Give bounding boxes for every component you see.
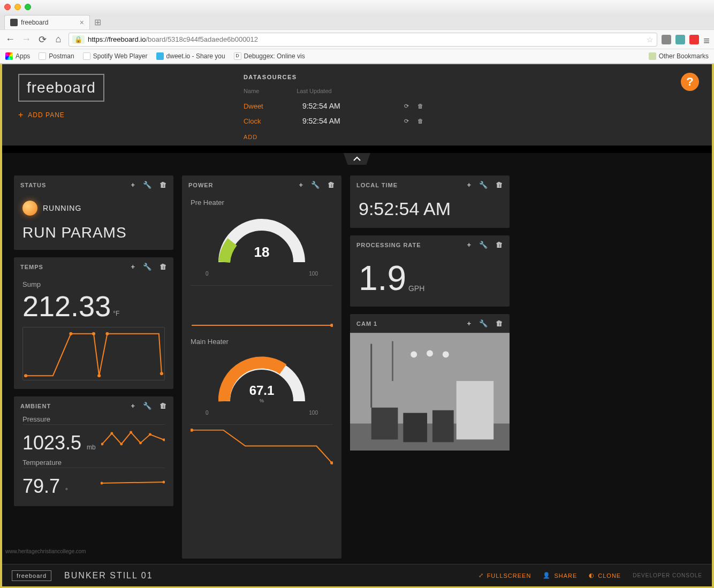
wrench-icon[interactable]: 🔧	[143, 402, 152, 410]
svg-text:67.1: 67.1	[249, 383, 275, 398]
trash-icon[interactable]: 🗑	[328, 181, 335, 189]
gauge-main-heater: 67.1 % 0100	[191, 347, 333, 419]
close-window-icon[interactable]	[4, 4, 11, 10]
rate-unit: GPH	[408, 284, 424, 293]
svg-point-11	[149, 433, 151, 436]
trash-icon[interactable]: 🗑	[496, 181, 503, 189]
gauge-max: 100	[309, 410, 318, 416]
share-button[interactable]: 👤SHARE	[543, 572, 577, 579]
help-button[interactable]: ?	[681, 73, 699, 91]
gauge-pre-heater: 18 0100	[191, 208, 333, 280]
apps-button[interactable]: Apps	[5, 52, 30, 60]
svg-point-3	[97, 374, 101, 377]
browser-tab[interactable]: freeboard ×	[4, 15, 90, 29]
status-indicator-icon	[22, 201, 37, 216]
menu-icon[interactable]: ≡	[703, 35, 710, 44]
pressure-sparkline	[101, 428, 165, 449]
plus-icon[interactable]: +	[131, 181, 135, 189]
traffic-lights[interactable]	[4, 4, 31, 10]
clone-button[interactable]: ◐CLONE	[589, 572, 621, 579]
trash-icon[interactable]: 🗑	[417, 118, 423, 125]
forward-button[interactable]: →	[20, 34, 32, 45]
bookmark-item[interactable]: dweet.io - Share you	[156, 52, 225, 60]
svg-rect-24	[457, 381, 494, 439]
fullscreen-button[interactable]: ⤢FULLSCREEN	[478, 572, 531, 579]
plus-icon[interactable]: +	[131, 402, 135, 410]
bookmark-item[interactable]: Spotify Web Player	[83, 52, 148, 60]
bookmark-item[interactable]: DDebuggex: Online vis	[234, 52, 305, 60]
tab-close-icon[interactable]: ×	[80, 18, 84, 27]
svg-rect-27	[432, 410, 454, 442]
add-datasource-button[interactable]: ADD	[244, 134, 423, 140]
svg-point-20	[191, 429, 193, 432]
wrench-icon[interactable]: 🔧	[143, 263, 152, 271]
collapse-header-toggle[interactable]	[344, 153, 370, 165]
trash-icon[interactable]: 🗑	[417, 103, 423, 110]
reload-button[interactable]: ⟳	[36, 34, 48, 45]
plus-icon[interactable]: +	[467, 319, 472, 327]
other-bookmarks[interactable]: Other Bookmarks	[649, 52, 709, 60]
gauge-max: 100	[309, 271, 318, 277]
pane-temps: TEMPS + 🔧 🗑 Sump 212.33 °F	[14, 257, 173, 389]
svg-point-4	[105, 332, 109, 335]
extension-icons: ≡	[662, 35, 710, 44]
bookmark-item[interactable]: Postman	[39, 52, 74, 60]
person-icon: 👤	[543, 572, 551, 579]
pressure-label: Pressure	[22, 415, 165, 423]
wrench-icon[interactable]: 🔧	[479, 319, 488, 327]
datasource-row: Clock 9:52:54 AM ⟳ 🗑	[244, 113, 423, 128]
col-name: Name	[244, 88, 259, 94]
ext-icon[interactable]	[662, 35, 671, 44]
ext-icon[interactable]	[675, 35, 685, 44]
col-updated: Last Updated	[297, 88, 331, 94]
maximize-window-icon[interactable]	[25, 4, 31, 10]
plus-icon[interactable]: +	[467, 181, 472, 189]
datasource-name[interactable]: Clock	[244, 117, 292, 125]
datasource-name[interactable]: Dweet	[244, 102, 292, 110]
pane-power: POWER + 🔧 🗑 Pre Heater 18	[182, 175, 341, 559]
logo: freeboard	[18, 74, 104, 102]
plus-icon[interactable]: +	[299, 181, 303, 189]
ext-icon[interactable]	[689, 35, 699, 44]
wrench-icon[interactable]: 🔧	[479, 241, 488, 249]
trash-icon[interactable]: 🗑	[496, 241, 503, 249]
pane-ambient: AMBIENT + 🔧 🗑 Pressure 1023.5 mb Tempera…	[14, 396, 173, 506]
svg-point-30	[411, 352, 417, 358]
plus-icon[interactable]: +	[467, 241, 472, 249]
datasource-time: 9:52:54 AM	[302, 102, 372, 110]
wrench-icon[interactable]: 🔧	[143, 181, 152, 189]
trash-icon[interactable]: 🗑	[159, 402, 167, 410]
minimize-window-icon[interactable]	[14, 4, 21, 10]
pressure-value: 1023.5	[22, 432, 81, 454]
board-column: POWER + 🔧 🗑 Pre Heater 18	[182, 175, 341, 559]
app-header: freeboard + ADD PANE DATASOURCES Name La…	[2, 64, 712, 146]
url-input[interactable]: 🔒 https://freeboard.io/board/5318c944f5a…	[69, 33, 657, 47]
back-button[interactable]: ←	[4, 34, 16, 45]
svg-point-14	[163, 481, 165, 484]
gauge-min: 0	[206, 410, 209, 416]
datasources-section: DATASOURCES Name Last Updated Dweet 9:52…	[244, 74, 423, 140]
wrench-icon[interactable]: 🔧	[479, 181, 488, 189]
wrench-icon[interactable]: 🔧	[311, 181, 320, 189]
refresh-icon[interactable]: ⟳	[404, 103, 409, 110]
url-text: https://freeboard.io/board/5318c944f5ada…	[88, 35, 258, 43]
new-tab-button[interactable]: ⊞	[90, 15, 105, 29]
trash-icon[interactable]: 🗑	[496, 319, 503, 327]
bookmark-star-icon[interactable]: ☆	[647, 35, 654, 44]
trash-icon[interactable]: 🗑	[159, 181, 167, 189]
bookmarks-bar: Apps Postman Spotify Web Player dweet.io…	[0, 49, 714, 64]
svg-point-9	[130, 431, 132, 434]
plus-icon[interactable]: +	[131, 263, 135, 271]
svg-point-31	[427, 350, 433, 357]
add-pane-label: ADD PANE	[28, 111, 64, 119]
svg-point-2	[92, 332, 95, 335]
home-button[interactable]: ⌂	[52, 34, 64, 45]
refresh-icon[interactable]: ⟳	[404, 118, 409, 125]
add-pane-button[interactable]: + ADD PANE	[18, 110, 104, 120]
board-column: STATUS + 🔧 🗑 RUNNING RUN PARAMS	[14, 175, 173, 559]
pane-status: STATUS + 🔧 🗑 RUNNING RUN PARAMS	[14, 175, 173, 250]
temp-label: Sump	[22, 280, 165, 288]
trash-icon[interactable]: 🗑	[159, 263, 167, 271]
developer-console-link[interactable]: DEVELOPER CONSOLE	[633, 572, 702, 578]
svg-point-8	[120, 442, 123, 445]
